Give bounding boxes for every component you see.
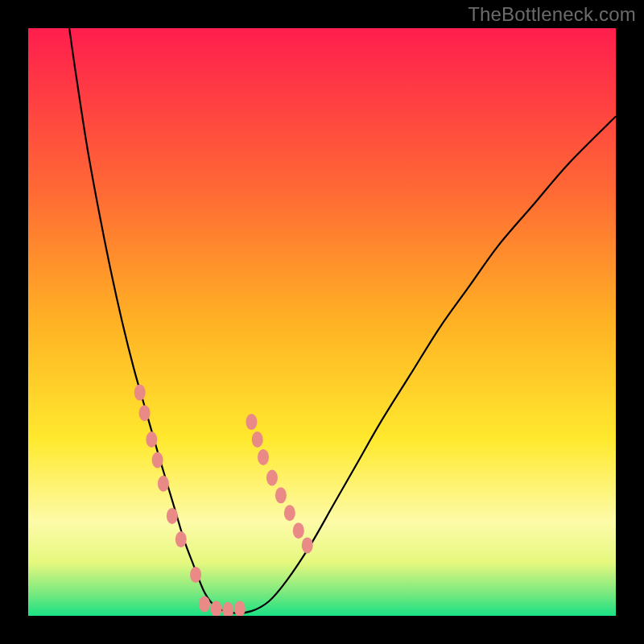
data-marker xyxy=(275,487,287,503)
data-marker xyxy=(284,505,295,521)
data-marker xyxy=(302,537,313,553)
data-marker xyxy=(139,405,151,421)
data-marker xyxy=(152,452,163,469)
data-marker xyxy=(158,476,169,492)
data-marker xyxy=(266,469,278,485)
data-marker xyxy=(199,596,210,612)
data-marker xyxy=(175,531,187,547)
data-marker xyxy=(246,414,257,430)
data-marker xyxy=(134,385,146,401)
data-marker xyxy=(258,449,269,465)
data-marker xyxy=(252,431,263,448)
data-marker xyxy=(167,508,178,524)
data-marker xyxy=(146,431,157,448)
plot-area xyxy=(28,28,616,616)
chart-background xyxy=(28,28,616,616)
chart-canvas xyxy=(28,28,616,616)
data-marker xyxy=(293,522,304,539)
watermark-text: TheBottleneck.com xyxy=(468,3,636,26)
data-marker xyxy=(190,567,201,583)
outer-frame: TheBottleneck.com xyxy=(0,0,644,644)
